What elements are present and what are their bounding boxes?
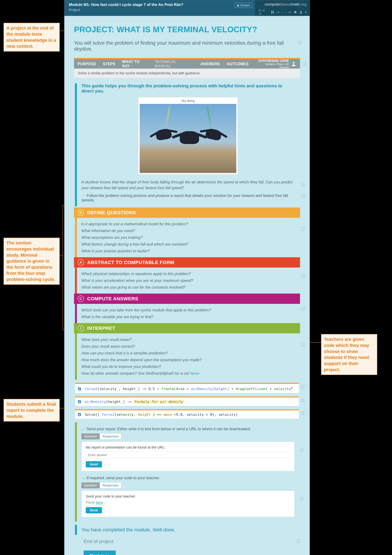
callout-final-report: Students submit a final report to comple…: [4, 399, 60, 422]
step-abstract-questions: Which physical relationships or equation…: [81, 270, 295, 291]
edit-icon[interactable]: [301, 399, 304, 402]
pill-question[interactable]: Question: [81, 433, 100, 439]
edit-icon[interactable]: [301, 183, 305, 186]
report-panel-1: My report or presentation can be found a…: [81, 442, 295, 471]
edit-icon[interactable]: [303, 62, 306, 65]
step-letter: C: [78, 295, 84, 302]
user-icon[interactable]: [299, 10, 303, 14]
step-title: ABSTRACT TO COMPUTABLE FORM: [87, 260, 174, 265]
completion-message: You have completed the module. Well done…: [75, 525, 299, 535]
nav-prev[interactable]: ‹: [282, 11, 283, 14]
step-interpret-questions: What does your result mean?Does your res…: [81, 336, 295, 377]
purpose-bar: Solve a similar problem to the cyclist m…: [74, 69, 300, 78]
report-line1: Send your report. Either write it in tex…: [87, 427, 251, 431]
code-cell-icon: ▦: [78, 400, 81, 403]
pill-responses[interactable]: Responses: [100, 433, 121, 439]
brand: computerbasedmath.org: [265, 2, 306, 7]
send-button[interactable]: Send: [86, 507, 102, 513]
end-of-project: End of project.: [84, 539, 299, 544]
edit-icon[interactable]: [301, 227, 305, 231]
arrow-icon: →: [81, 476, 85, 480]
person-icon: [291, 61, 297, 67]
tab-answers[interactable]: ANSWERS: [201, 62, 220, 66]
page-lede: You will solve the problem of finding yo…: [74, 40, 300, 52]
edit-icon[interactable]: [301, 343, 305, 346]
step-interpret-header[interactable]: I INTERPRET: [74, 323, 300, 333]
edit-icon[interactable]: [297, 539, 300, 542]
panel1-label: My report or presentation can be found a…: [86, 445, 290, 450]
callout-project-intro: A project at the end of the module tests…: [4, 23, 60, 51]
tabs-meta-title: SYNTHESISE CODE: [258, 59, 289, 62]
code-cell-icon: ▦: [78, 387, 81, 390]
svg-rect-5: [273, 11, 274, 12]
send-button[interactable]: Send: [86, 461, 102, 467]
tabs-meta-sub: Student • Pairs • 40 minutes: [255, 63, 289, 69]
edit-icon[interactable]: [300, 497, 303, 500]
edit-icon[interactable]: [301, 385, 304, 388]
module-title: Module M1: How fast could I cycle stage …: [69, 2, 230, 7]
svg-rect-6: [271, 13, 272, 14]
edit-icon[interactable]: [301, 274, 305, 277]
page-title: PROJECT: WHAT IS MY TERMINAL VELOCITY?: [74, 25, 300, 34]
tabs-meta: SYNTHESISE CODE Student • Pairs • 40 min…: [255, 59, 297, 69]
report-line2: If required, send your code to your teac…: [87, 476, 160, 480]
step-abstract-header[interactable]: A ABSTRACT TO COMPUTABLE FORM: [74, 257, 300, 268]
paste-here-link[interactable]: here: [96, 500, 103, 504]
nav-last[interactable]: ≫: [288, 10, 291, 14]
tab-outcomes[interactable]: OUTCOMES: [227, 62, 249, 66]
edit-icon[interactable]: [301, 194, 305, 197]
guide-heading: This guide helps you through the problem…: [81, 83, 295, 94]
section-tabs: PURPOSE STEPS WHAT TO SAY TECHNICAL MANU…: [74, 59, 300, 69]
report-url-input[interactable]: [86, 451, 290, 459]
edit-icon[interactable]: [300, 448, 303, 451]
svg-rect-4: [271, 11, 272, 12]
edit-icon[interactable]: [301, 412, 304, 415]
student-badge-label: Student: [240, 4, 250, 7]
module-subtitle: Project: [69, 8, 230, 12]
panel2-label: Send your code to your teacher.: [86, 494, 290, 498]
pill-responses[interactable]: Responses: [100, 482, 121, 488]
report-panel-2: Send your code to your teacher. Paste he…: [81, 491, 295, 517]
tab-steps[interactable]: STEPS: [103, 62, 116, 66]
home-icon[interactable]: [294, 10, 297, 14]
step-title: DEFINE QUESTIONS: [87, 210, 136, 215]
callout-four-step: The section encourages individual study.…: [4, 238, 60, 285]
tab-what-to-say[interactable]: WHAT TO SAY: [122, 59, 148, 68]
nav-first[interactable]: ≪: [276, 10, 280, 14]
step-compute-questions: Which tools can you take from the cyclis…: [81, 307, 295, 320]
tab-purpose[interactable]: PURPOSE: [78, 62, 96, 66]
svg-point-8: [300, 11, 302, 12]
step-letter: A: [78, 259, 84, 266]
step-letter: D: [78, 209, 84, 216]
pill-question[interactable]: Question: [81, 482, 100, 488]
student-badge[interactable]: ◉ Student: [235, 3, 252, 8]
svg-rect-7: [273, 13, 274, 14]
grid-icon[interactable]: [271, 10, 274, 14]
app-window: Module M1: How fast could I cycle stage …: [64, 0, 310, 555]
skydiving-image: [140, 104, 236, 173]
report-section: →Send your report. Either write it in te…: [75, 422, 299, 522]
page-counter: 31 of 32: [258, 9, 269, 15]
step-title: INTERPRET: [87, 326, 115, 331]
arrow-icon: →: [81, 193, 85, 198]
wolfram-link[interactable]: here»: [190, 371, 200, 375]
code-cell-icon: ▦: [78, 413, 81, 416]
next-page-button[interactable]: Next page: [84, 550, 116, 555]
topbar-right: computerbasedmath.org 31 of 32 ≪ ‹ › ≫ ▾: [255, 0, 310, 16]
arrow-icon: →: [81, 427, 85, 431]
tab-technical-manual[interactable]: TECHNICAL MANUAL: [155, 59, 194, 68]
step-compute-header[interactable]: C COMPUTE ANSWERS: [74, 293, 300, 304]
guide-italic: A skydiver knows that the shape of their…: [81, 179, 295, 191]
nav-next[interactable]: ›: [285, 11, 286, 14]
code-card-solve: ▦ Solve[{ force2[velocity, height ] == m…: [75, 409, 299, 419]
guide-block: This guide helps you through the problem…: [75, 83, 299, 206]
image-card: Sky diving: [138, 97, 238, 174]
edit-icon[interactable]: [301, 307, 305, 310]
edit-icon[interactable]: [298, 41, 301, 44]
callout-teacher-code: Teachers are given code which they may c…: [321, 334, 377, 375]
guide-arrow-line: →Follow the problem-solving process and …: [81, 193, 295, 202]
svg-point-9: [293, 62, 295, 64]
code-card-airdensity: ▦ airDensity[height_] := Formula for air…: [75, 396, 299, 406]
guide-arrow-text: Follow the problem-solving process and p…: [81, 193, 288, 202]
step-define-header[interactable]: D DEFINE QUESTIONS: [74, 207, 300, 218]
